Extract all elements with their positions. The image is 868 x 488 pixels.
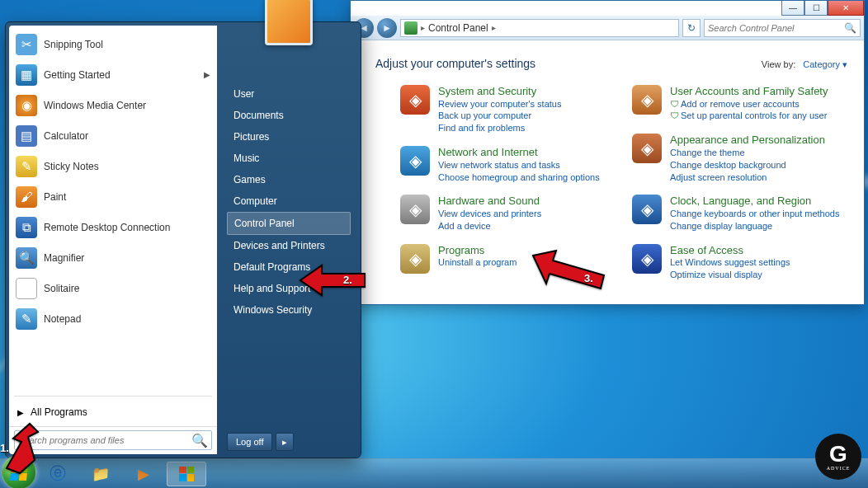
taskbar-media-player[interactable]: ▶ <box>124 462 163 486</box>
start-app-snipping-tool[interactable]: ✂Snipping Tool <box>11 29 215 59</box>
start-app-getting-started[interactable]: ▦Getting Started▶ <box>11 59 215 90</box>
task-link[interactable]: View network status and tasks <box>438 159 600 171</box>
task-link[interactable]: Change desktop background <box>670 159 825 171</box>
separator <box>14 396 212 396</box>
svg-marker-2 <box>533 251 604 289</box>
task-link[interactable]: Find and fix problems <box>438 122 561 134</box>
view-by-label: View by: <box>762 59 795 69</box>
task-link[interactable]: Back up your computer <box>438 110 561 122</box>
category-appearance-and-personalization: ◈Appearance and PersonalizationChange th… <box>632 134 847 183</box>
task-link[interactable]: Review your computer's status <box>438 98 561 110</box>
taskbar-explorer[interactable]: 📁 <box>81 462 120 486</box>
start-app-solitaire[interactable]: ♠Solitaire <box>11 273 215 303</box>
start-app-magnifier[interactable]: 🔍Magnifier <box>11 242 215 273</box>
task-link[interactable]: Uninstall a program <box>438 256 517 269</box>
annotation-arrow-3: 3. <box>528 247 611 297</box>
category-icon: ◈ <box>632 85 662 115</box>
start-right-computer[interactable]: Computer <box>227 190 351 212</box>
category-icon: ◈ <box>400 244 430 274</box>
start-app-calculator[interactable]: ▤Calculator <box>11 120 215 151</box>
app-label: Getting Started <box>44 69 111 81</box>
start-app-windows-media-center[interactable]: ◉Windows Media Center <box>11 90 215 120</box>
category-link[interactable]: User Accounts and Family Safety <box>670 85 828 98</box>
task-link[interactable]: Adjust screen resolution <box>670 171 825 184</box>
category-link[interactable]: Ease of Access <box>670 244 790 257</box>
task-link[interactable]: Choose homegroup and sharing options <box>438 171 600 184</box>
start-app-remote-desktop-connection[interactable]: ⧉Remote Desktop Connection <box>11 212 215 242</box>
app-icon: ▦ <box>16 64 37 86</box>
g-subtext: ADVICE <box>827 466 851 471</box>
category-link[interactable]: Programs <box>438 244 517 257</box>
start-right-pictures[interactable]: Pictures <box>227 126 351 148</box>
annotation-label-1: 1. <box>0 442 9 454</box>
chevron-right-icon: ▶ <box>204 70 210 79</box>
start-right-windows-security[interactable]: Windows Security <box>227 299 351 321</box>
annotation-arrow-1: 1. <box>0 417 45 475</box>
control-panel-icon <box>404 21 417 35</box>
shutdown-options-button[interactable]: ▸ <box>276 433 294 451</box>
breadcrumb[interactable]: ▸ Control Panel ▸ <box>400 19 679 37</box>
minimize-button[interactable]: — <box>781 1 804 16</box>
app-icon: ◉ <box>16 95 37 116</box>
app-label: Notepad <box>44 313 81 325</box>
start-right-user[interactable]: User <box>227 83 351 105</box>
task-link[interactable]: 🛡Set up parental controls for any user <box>670 110 828 122</box>
log-off-button[interactable]: Log off <box>227 433 272 451</box>
category-icon: ◈ <box>632 244 662 274</box>
folder-icon: 📁 <box>92 465 110 483</box>
maximize-button[interactable]: ☐ <box>804 1 828 16</box>
svg-marker-0 <box>7 424 38 473</box>
view-by[interactable]: View by: Category ▾ <box>762 59 847 70</box>
task-link[interactable]: 🛡Add or remove user accounts <box>670 98 828 110</box>
category-icon: ◈ <box>632 134 662 163</box>
annotation-label-3: 3. <box>584 272 593 284</box>
category-link[interactable]: Hardware and Sound <box>438 195 541 208</box>
task-link[interactable]: View devices and printers <box>438 208 541 220</box>
taskbar: ⓔ 📁 ▶ <box>0 458 868 488</box>
explorer-toolbar: ◄ ► ▸ Control Panel ▸ ↻ 🔍 <box>351 16 864 40</box>
nav-forward-button[interactable]: ► <box>377 18 397 38</box>
start-app-notepad[interactable]: ✎Notepad <box>11 303 215 334</box>
start-right-documents[interactable]: Documents <box>227 105 351 126</box>
search-box[interactable]: 🔍 <box>704 19 861 37</box>
start-menu: ✂Snipping Tool▦Getting Started▶◉Windows … <box>5 21 361 458</box>
category-clock-language-and-region: ◈Clock, Language, and RegionChange keybo… <box>632 195 847 232</box>
app-icon: ✂ <box>16 34 37 55</box>
taskbar-control-panel[interactable] <box>167 462 206 486</box>
app-label: Windows Media Center <box>44 100 146 111</box>
start-right-music[interactable]: Music <box>227 148 351 169</box>
start-right-devices-and-printers[interactable]: Devices and Printers <box>227 235 351 256</box>
shield-icon: 🛡 <box>670 99 679 109</box>
annotation-label-2: 2. <box>343 274 352 286</box>
chevron-right-icon: ▸ <box>492 23 496 32</box>
task-link[interactable]: Add a device <box>438 220 541 232</box>
task-link[interactable]: Change display language <box>670 220 839 232</box>
category-system-and-security: ◈System and SecurityReview your computer… <box>400 85 616 134</box>
close-button[interactable]: ✕ <box>828 1 864 16</box>
task-link[interactable]: Change the theme <box>670 147 825 159</box>
view-by-value: Category <box>803 59 840 69</box>
play-icon: ▶ <box>138 465 149 483</box>
task-link[interactable]: Optimize visual display <box>670 269 790 281</box>
start-app-sticky-notes[interactable]: ✎Sticky Notes <box>11 151 215 181</box>
task-link[interactable]: Change keyboards or other input methods <box>670 208 839 220</box>
search-input[interactable] <box>708 23 841 33</box>
category-link[interactable]: Network and Internet <box>438 146 600 159</box>
start-right-control-panel[interactable]: Control Panel <box>227 212 351 235</box>
category-user-accounts-and-family-safety: ◈User Accounts and Family Safety🛡Add or … <box>632 85 847 122</box>
breadcrumb-text: Control Panel <box>428 22 488 34</box>
refresh-button[interactable]: ↻ <box>682 19 701 37</box>
g-letter: G <box>829 443 847 466</box>
start-menu-left-pane: ✂Snipping Tool▦Getting Started▶◉Windows … <box>9 26 217 454</box>
user-picture[interactable] <box>265 0 313 45</box>
start-app-paint[interactable]: 🖌Paint <box>11 181 215 212</box>
task-link[interactable]: Let Windows suggest settings <box>670 256 790 269</box>
category-hardware-and-sound: ◈Hardware and SoundView devices and prin… <box>400 195 616 232</box>
start-right-games[interactable]: Games <box>227 169 351 190</box>
category-network-and-internet: ◈Network and InternetView network status… <box>400 146 616 183</box>
category-link[interactable]: Clock, Language, and Region <box>670 195 839 208</box>
category-link[interactable]: Appearance and Personalization <box>670 134 825 147</box>
app-icon: ✎ <box>16 308 37 330</box>
category-icon: ◈ <box>400 195 430 224</box>
category-link[interactable]: System and Security <box>438 85 561 98</box>
